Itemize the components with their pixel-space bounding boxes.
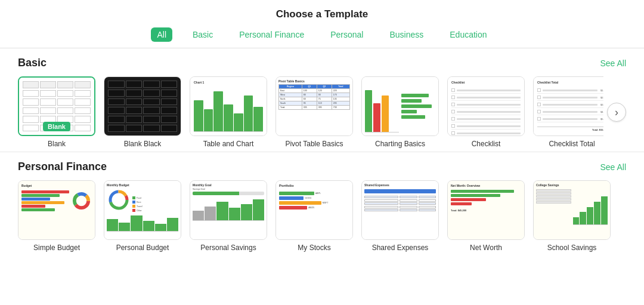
- template-net-worth[interactable]: Net Worth: Overview Total: $45,000 Net W…: [447, 180, 525, 252]
- pf-section-header: Personal Finance See All: [18, 161, 626, 173]
- school-savings-visual: College Savings: [534, 181, 610, 239]
- checklist-thumb: Checklist: [447, 76, 525, 136]
- basic-section-header: Basic See All: [18, 57, 626, 69]
- school-savings-label: School Savings: [547, 244, 597, 252]
- charting-thumb: [361, 76, 439, 136]
- charting-visual: [362, 77, 438, 135]
- blank-thumb: Blank: [18, 76, 95, 136]
- tab-personal[interactable]: Personal: [324, 27, 369, 42]
- pf-title: Personal Finance: [18, 161, 107, 173]
- pf-templates-scroll: Budget: [18, 180, 626, 252]
- table-chart-label: Table and Chart: [203, 140, 254, 148]
- template-personal-budget[interactable]: Monthly Budget Food Rent T: [104, 180, 181, 252]
- personal-savings-thumb: Monthly Goal Savings Goal: [190, 180, 267, 240]
- personal-budget-thumb: Monthly Budget Food Rent T: [104, 180, 181, 240]
- template-checklist-total[interactable]: Checklist Total $1.00 $2.00 $3.00 $4.00 …: [533, 76, 603, 148]
- basic-see-all[interactable]: See All: [600, 58, 626, 68]
- blank-black-thumb: [104, 76, 181, 136]
- checklist-total-label: Checklist Total: [549, 140, 595, 148]
- simple-budget-label: Simple Budget: [33, 244, 80, 252]
- my-stocks-label: My Stocks: [298, 244, 330, 252]
- tab-business[interactable]: Business: [383, 27, 429, 42]
- blank-badge: Blank: [43, 122, 70, 131]
- template-blank[interactable]: Blank Blank: [18, 76, 95, 148]
- template-pivot-table[interactable]: Pivot Table Basics RegionQ1Q2Total East1…: [275, 76, 353, 148]
- pivot-label: Pivot Table Basics: [285, 140, 343, 148]
- basic-title: Basic: [18, 57, 47, 69]
- template-school-savings[interactable]: College Savings: [533, 180, 611, 252]
- template-table-chart[interactable]: Chart 1 Table and Chart: [190, 76, 267, 148]
- template-personal-savings[interactable]: Monthly Goal Savings Goal: [190, 180, 267, 252]
- net-worth-visual: Net Worth: Overview Total: $45,000: [448, 181, 524, 239]
- simple-budget-visual: Budget: [18, 181, 95, 239]
- shared-expenses-label: Shared Expenses: [372, 244, 429, 252]
- page-header: Choose a Template All Basic Personal Fin…: [0, 0, 644, 48]
- tab-basic[interactable]: Basic: [187, 27, 219, 42]
- blank-black-visual: [104, 77, 181, 135]
- table-chart-thumb: Chart 1: [190, 76, 267, 136]
- pivot-thumb: Pivot Table Basics RegionQ1Q2Total East1…: [275, 76, 353, 136]
- simple-budget-thumb: Budget: [18, 180, 95, 240]
- tab-bar: All Basic Personal Finance Personal Busi…: [0, 27, 644, 42]
- basic-next-arrow[interactable]: ›: [607, 103, 626, 122]
- basic-section: Basic See All Blank Blank: [0, 48, 644, 152]
- checklist-total-thumb: Checklist Total $1.00 $2.00 $3.00 $4.00 …: [533, 76, 603, 136]
- template-my-stocks[interactable]: Portfolio AAPL GOOG: [275, 180, 353, 252]
- template-simple-budget[interactable]: Budget: [18, 180, 95, 252]
- tab-personal-finance[interactable]: Personal Finance: [233, 27, 310, 42]
- checklist-total-visual: Checklist Total $1.00 $2.00 $3.00 $4.00 …: [534, 77, 603, 135]
- net-worth-thumb: Net Worth: Overview Total: $45,000: [447, 180, 525, 240]
- personal-budget-label: Personal Budget: [116, 244, 169, 252]
- template-checklist[interactable]: Checklist Checklist: [447, 76, 525, 148]
- shared-expenses-visual: Shared Expenses: [362, 181, 438, 239]
- tab-all[interactable]: All: [151, 27, 172, 42]
- charting-basics-label: Charting Basics: [375, 140, 425, 148]
- blank-black-label: Blank Black: [124, 140, 162, 148]
- my-stocks-visual: Portfolio AAPL GOOG: [276, 181, 352, 239]
- table-chart-visual: Chart 1: [190, 77, 267, 135]
- basic-templates-scroll: Blank Blank Blank Black: [18, 76, 603, 148]
- pf-templates-row: Budget: [18, 180, 626, 252]
- checklist-visual: Checklist: [448, 77, 524, 135]
- personal-budget-visual: Monthly Budget Food Rent T: [104, 181, 181, 239]
- tab-education[interactable]: Education: [444, 27, 493, 42]
- blank-label: Blank: [48, 140, 66, 148]
- pf-see-all[interactable]: See All: [600, 162, 626, 172]
- shared-expenses-thumb: Shared Expenses: [361, 180, 439, 240]
- personal-savings-label: Personal Savings: [200, 244, 256, 252]
- personal-finance-section: Personal Finance See All Budget: [0, 152, 644, 255]
- personal-savings-visual: Monthly Goal Savings Goal: [190, 181, 267, 239]
- school-savings-thumb: College Savings: [533, 180, 611, 240]
- checklist-label: Checklist: [472, 140, 501, 148]
- template-charting-basics[interactable]: Charting Basics: [361, 76, 439, 148]
- page-title: Choose a Template: [0, 8, 644, 20]
- net-worth-label: Net Worth: [470, 244, 502, 252]
- pivot-visual: Pivot Table Basics RegionQ1Q2Total East1…: [276, 77, 352, 135]
- template-shared-expenses[interactable]: Shared Expenses Shared Expenses: [361, 180, 439, 252]
- basic-templates-row: Blank Blank Blank Black: [18, 76, 626, 148]
- template-blank-black[interactable]: Blank Black: [104, 76, 181, 148]
- my-stocks-thumb: Portfolio AAPL GOOG: [275, 180, 353, 240]
